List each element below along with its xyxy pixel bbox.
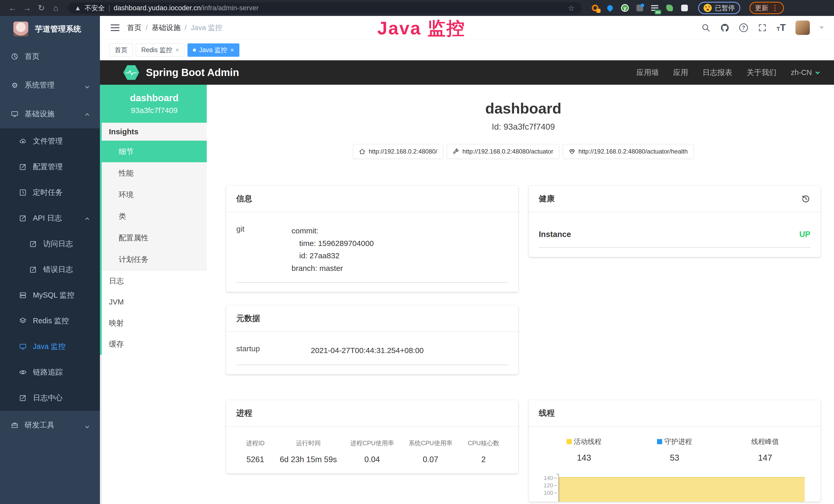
health-instance-row[interactable]: Instance UP	[539, 230, 811, 248]
not-secure-label[interactable]: 不安全	[85, 4, 105, 13]
fullscreen-icon[interactable]	[758, 23, 767, 32]
history-icon[interactable]	[801, 194, 810, 203]
sidebar-item-system[interactable]: ⚙ 系统管理	[0, 71, 100, 100]
tab-label: Java 监控	[199, 46, 227, 54]
sidebar-item-file[interactable]: 文件管理	[0, 129, 100, 154]
heart-pulse-icon	[569, 148, 575, 155]
sba-nav-journal[interactable]: 日志报表	[702, 68, 732, 78]
sba-nav: 应用墙 应用 日志报表 关于我们 zh-CN	[636, 68, 818, 78]
sba-brand-title[interactable]: Spring Boot Admin	[146, 67, 239, 78]
sidebar-item-trace[interactable]: 链路追踪	[0, 360, 100, 385]
sba-item-details[interactable]: 细节	[102, 141, 207, 162]
tab-redis-monitor[interactable]: Redis 监控 ×	[136, 43, 184, 57]
legend-label-peak: 线程峰值	[751, 437, 779, 446]
sidebar-item-redis[interactable]: Redis 监控	[0, 308, 100, 334]
menu-toggle-icon[interactable]	[111, 24, 119, 31]
health-url-button[interactable]: http://192.168.0.2:48080/actuator/health	[563, 144, 694, 159]
metadata-key: startup	[236, 344, 311, 357]
sba-language-select[interactable]: zh-CN	[791, 68, 818, 77]
sidebar-item-access-log[interactable]: 访问日志	[0, 231, 100, 257]
actuator-url-button[interactable]: http://192.168.0.2:48080/actuator	[447, 144, 559, 159]
git-id-line: id: 27aa832	[291, 250, 508, 262]
eye-icon	[19, 368, 27, 376]
extension-grid-icon[interactable]	[635, 4, 644, 12]
github-icon[interactable]	[720, 23, 729, 32]
health-card: 健康 Instance UP	[529, 186, 821, 257]
sba-item-metrics[interactable]: 性能	[102, 162, 207, 184]
sba-nav-applications[interactable]: 应用	[673, 68, 688, 78]
sidebar-item-config[interactable]: 配置管理	[0, 154, 100, 180]
sidebar-item-error-log[interactable]: 错误日志	[0, 257, 100, 282]
extension-tampermonkey-icon[interactable]: on	[650, 4, 659, 12]
col-header-process-cpu: 进程CPU使用率	[342, 439, 402, 447]
extension-orange-icon[interactable]	[591, 4, 599, 12]
legend-daemon-threads: 守护进程 53	[629, 437, 720, 463]
sba-item-jvm[interactable]: JVM	[102, 292, 207, 313]
sidebar-logo-row[interactable]: 芋道管理系统	[0, 16, 100, 42]
close-icon[interactable]: ×	[175, 46, 179, 54]
kebab-menu-icon[interactable]: ⋮	[771, 6, 778, 10]
sba-item-mappings[interactable]: 映射	[102, 313, 207, 334]
user-avatar[interactable]	[795, 21, 810, 35]
chart-plot-area	[559, 474, 805, 502]
text-size-icon[interactable]: TT	[777, 22, 786, 33]
sba-nav-wall[interactable]: 应用墙	[636, 68, 659, 78]
sba-item-classes[interactable]: 类	[102, 205, 207, 227]
breadcrumb-infra[interactable]: 基础设施	[152, 23, 180, 32]
sidebar-item-mysql[interactable]: MySQL 监控	[0, 282, 100, 308]
sidebar-item-label: 链路追踪	[33, 367, 63, 377]
search-icon[interactable]	[701, 23, 710, 32]
sidebar-scrollbar[interactable]	[100, 355, 102, 504]
metadata-startup-row: startup 2021-04-27T00:44:31.254+08:00	[236, 344, 508, 365]
browser-home-icon[interactable]: ⌂	[50, 0, 62, 16]
bookmark-star-icon[interactable]: ☆	[568, 4, 575, 13]
address-url[interactable]: dashboard.yudao.iocoder.cn/infra/admin-s…	[114, 4, 259, 12]
chevron-down-icon[interactable]	[820, 26, 824, 29]
sba-item-logs[interactable]: 日志	[102, 270, 207, 292]
sba-item-caches[interactable]: 缓存	[102, 334, 207, 354]
sidebar-item-label: 基础设施	[25, 109, 54, 119]
sidebar-item-log-center[interactable]: 日志中心	[0, 385, 100, 411]
sidebar-item-api-log[interactable]: API 日志	[0, 205, 100, 231]
sidebar-item-job[interactable]: 定时任务	[0, 180, 100, 205]
sba-nav-about[interactable]: 关于我们	[747, 68, 776, 78]
sidebar-item-label: 首页	[25, 51, 40, 62]
browser-back-icon[interactable]: ←	[7, 0, 19, 16]
extension-y-icon[interactable]: y	[620, 4, 629, 12]
extension-puzzle-icon[interactable]	[680, 4, 689, 12]
extension-leaf-icon[interactable]	[665, 4, 674, 12]
browser-forward-icon[interactable]: →	[21, 0, 33, 16]
gear-icon: ⚙	[11, 81, 19, 90]
sba-item-scheduled-tasks[interactable]: 计划任务	[102, 249, 207, 270]
sidebar-item-dev-tools[interactable]: 研发工具	[0, 411, 100, 439]
sidebar-item-java[interactable]: Java 监控	[0, 334, 100, 360]
sba-logo-icon[interactable]	[123, 65, 139, 81]
service-url-button[interactable]: http://192.168.0.2:48080/	[353, 144, 443, 159]
sidebar-item-label: 访问日志	[43, 239, 73, 249]
extension-pin-icon[interactable]	[606, 4, 614, 12]
tab-java-monitor[interactable]: Java 监控 ×	[188, 43, 239, 57]
close-icon[interactable]: ×	[231, 46, 234, 54]
sba-item-environment[interactable]: 环境	[102, 184, 207, 205]
info-git-row: git commit: time: 1596289704000 id: 27aa…	[236, 225, 508, 283]
edit-square-icon	[19, 394, 27, 402]
profile-paused-chip[interactable]: 已暂停	[698, 2, 740, 14]
browser-update-button[interactable]: 更新 ⋮	[749, 2, 784, 14]
help-icon[interactable]: ?	[739, 23, 748, 32]
breadcrumb-home[interactable]: 首页	[127, 23, 141, 32]
infra-submenu: 文件管理 配置管理 定时任务 API 日志 访问日志 错误日志	[0, 129, 100, 411]
briefcase-icon	[11, 421, 19, 429]
col-header-system-cpu: 系统CPU使用率	[402, 439, 459, 447]
instance-header[interactable]: dashboard 93a3fc7f7409	[102, 85, 207, 123]
info-value: commit: time: 1596289704000 id: 27aa832 …	[291, 225, 508, 274]
sidebar-item-home[interactable]: 首页	[0, 42, 100, 71]
tab-home[interactable]: 首页	[109, 43, 133, 57]
browser-reload-icon[interactable]: ↻	[36, 0, 47, 16]
sidebar-item-infra[interactable]: 基础设施	[0, 100, 100, 129]
address-separator: |	[108, 4, 110, 12]
address-bar[interactable]: ▲ 不安全 | dashboard.yudao.iocoder.cn/infra…	[68, 2, 581, 14]
sba-item-config-props[interactable]: 配置属性	[102, 227, 207, 249]
sidebar-item-label: 配置管理	[33, 162, 63, 172]
threads-card-title: 线程	[529, 400, 821, 427]
value-pid: 5261	[236, 455, 274, 464]
